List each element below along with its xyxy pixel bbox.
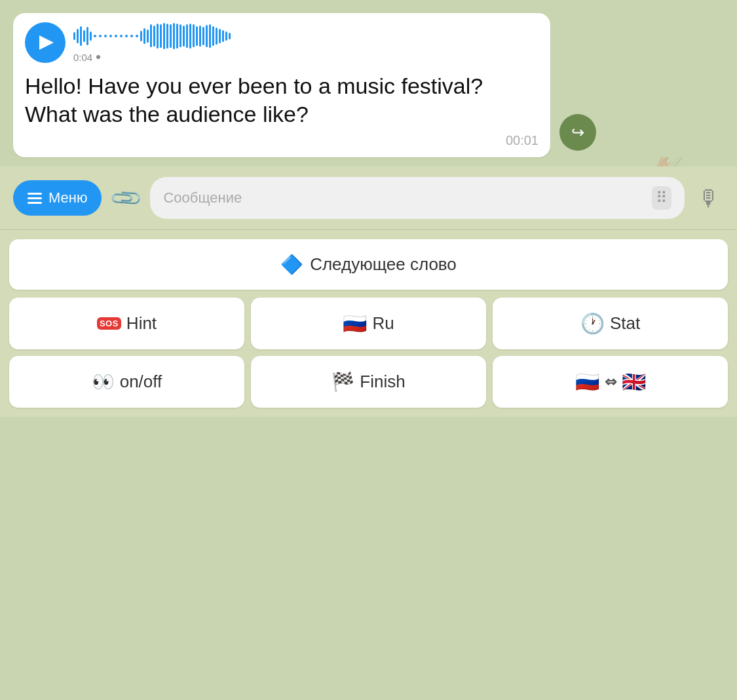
waveform-bar [86, 27, 88, 45]
onoff-button[interactable]: 👀 on/off [9, 356, 244, 408]
waveform-bar [219, 29, 221, 43]
waveform-bar [83, 30, 85, 42]
checkered-flag-icon: 🏁 [331, 371, 354, 393]
waveform-bar [202, 27, 204, 45]
waveform-bar [140, 31, 142, 41]
waveform-bar [229, 33, 231, 39]
waveform-bar [183, 26, 185, 47]
input-placeholder: Сообщение [163, 189, 242, 206]
waveform-bar [212, 26, 214, 46]
waveform-bar [77, 29, 79, 43]
mic-button[interactable]: 🎙 [694, 183, 724, 213]
russia-flag-icon: 🇷🇺 [343, 312, 367, 335]
waveform-dot [120, 35, 123, 37]
waveform-bar [73, 32, 75, 40]
stat-button[interactable]: 🕐 Stat [493, 298, 728, 349]
waveform-dot [115, 35, 117, 37]
waveform-bar [176, 24, 178, 49]
hint-label: Hint [126, 313, 157, 334]
lang-switch-button[interactable]: 🇷🇺 ⇔ 🇬🇧 [493, 356, 728, 408]
ru-flag-small-icon: 🇷🇺 [575, 370, 599, 393]
hamburger-line [28, 202, 42, 204]
finish-label: Finish [360, 372, 405, 392]
forward-button[interactable]: ↪ [559, 114, 596, 151]
eyes-icon: 👀 [92, 371, 115, 393]
chat-area: 0:04 Hello! Have you ever been to a musi… [0, 0, 737, 157]
ru-label: Ru [372, 313, 394, 334]
waveform-bar [193, 24, 195, 47]
sos-icon: SOS [97, 317, 121, 330]
switch-arrows-icon: ⇔ [605, 374, 616, 391]
waveform-bar [166, 24, 168, 49]
waveform-bar [163, 23, 165, 49]
audio-time: 0:04 [73, 52, 231, 63]
hint-button[interactable]: SOS Hint [9, 298, 244, 349]
waveform-bar [150, 24, 152, 47]
message-footer: 00:01 [25, 133, 539, 148]
waveform-bar [160, 24, 162, 48]
message-bubble: 0:04 Hello! Have you ever been to a musi… [13, 13, 550, 157]
finish-button[interactable]: 🏁 Finish [251, 356, 486, 408]
waveform-bar [206, 25, 208, 47]
hamburger-icon [28, 193, 42, 204]
waveform-bar [80, 26, 82, 46]
play-button[interactable] [25, 22, 66, 63]
waveform-bar [209, 24, 211, 48]
waveform-bar [90, 31, 92, 41]
waveform-bar [173, 23, 175, 49]
keyboard-buttons-grid: SOS Hint 🇷🇺 Ru 🕐 Stat 👀 on/off 🏁 Finish … [9, 298, 728, 408]
clock-icon: 🕐 [580, 312, 605, 335]
ru-button[interactable]: 🇷🇺 Ru [251, 298, 486, 349]
menu-label: Меню [48, 189, 87, 206]
waveform-dot [94, 35, 96, 37]
waveform-bar [147, 29, 149, 43]
audio-duration: 0:04 [73, 52, 92, 63]
waveform [73, 23, 231, 49]
message-input-field[interactable]: Сообщение ⠿ [150, 177, 685, 219]
attach-button[interactable]: 📎 [111, 183, 141, 213]
waveform-bar [153, 26, 155, 47]
waveform-bar [189, 24, 191, 49]
waveform-dot [136, 35, 138, 37]
next-word-icon: 🔷 [280, 254, 303, 275]
waveform-bar [225, 31, 227, 41]
waveform-bar [180, 24, 181, 47]
message-text: Hello! Have you ever been to a music fes… [25, 72, 539, 128]
waveform-bar [186, 24, 188, 48]
keyboard-icon: ⠿ [652, 186, 671, 210]
next-word-label: Следующее слово [310, 254, 457, 275]
hamburger-line [28, 193, 42, 195]
audio-waveform-area: 0:04 [73, 23, 231, 63]
audio-player: 0:04 [25, 22, 539, 63]
play-icon [39, 35, 54, 50]
onoff-label: on/off [120, 372, 162, 392]
waveform-bar [157, 24, 159, 49]
waveform-bar [222, 30, 224, 42]
input-bar: Меню 📎 Сообщение ⠿ 🎙 [0, 166, 737, 229]
waveform-bar [170, 24, 172, 48]
microphone-icon: 🎙 [698, 185, 720, 211]
waveform-bar [196, 26, 198, 46]
waveform-dot [104, 35, 107, 37]
uk-flag-icon: 🇬🇧 [622, 370, 646, 393]
waveform-bar [216, 28, 217, 45]
waveform-dot [125, 35, 128, 37]
keyboard-panel: 🔷 Следующее слово SOS Hint 🇷🇺 Ru 🕐 Stat … [0, 229, 737, 417]
waveform-bar [199, 26, 201, 47]
forward-icon: ↪ [571, 123, 584, 142]
hamburger-line [28, 197, 42, 199]
next-word-button[interactable]: 🔷 Следующее слово [9, 239, 728, 290]
message-timestamp: 00:01 [506, 133, 539, 148]
waveform-dot [109, 35, 112, 37]
waveform-dot [99, 35, 102, 37]
paperclip-icon: 📎 [108, 180, 144, 216]
menu-button[interactable]: Меню [13, 180, 102, 216]
audio-dot [96, 55, 100, 59]
waveform-bar [143, 28, 145, 44]
waveform-dot [130, 35, 133, 37]
stat-label: Stat [610, 313, 640, 334]
